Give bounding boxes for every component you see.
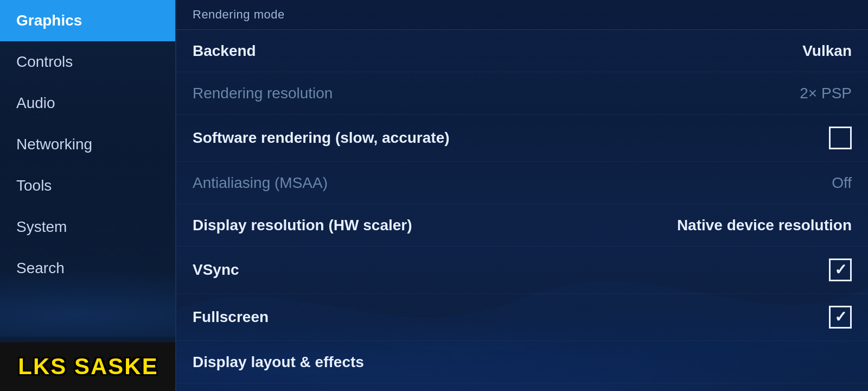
setting-label-display-resolution: Display resolution (HW scaler) (193, 217, 412, 234)
setting-label-fullscreen: Fullscreen (193, 308, 269, 326)
setting-row-display-layout[interactable]: Display layout & effects (176, 341, 868, 383)
setting-value-backend: Vulkan (802, 42, 852, 60)
setting-row-software-rendering[interactable]: Software rendering (slow, accurate) (176, 115, 868, 162)
sidebar-item-system[interactable]: System (0, 206, 175, 248)
setting-label-vsync: VSync (193, 261, 239, 279)
logo-text: LKS SASKE (18, 354, 158, 380)
setting-label-software-rendering: Software rendering (slow, accurate) (193, 129, 450, 147)
setting-row-display-resolution[interactable]: Display resolution (HW scaler)Native dev… (176, 204, 868, 247)
setting-value-antialiasing: Off (832, 174, 852, 192)
section-header: Rendering mode (176, 0, 868, 30)
checkbox-vsync[interactable] (829, 258, 852, 281)
setting-row-antialiasing[interactable]: Antialiasing (MSAA)Off (176, 162, 868, 204)
setting-row-vsync[interactable]: VSync (176, 247, 868, 294)
sidebar-item-graphics[interactable]: Graphics (0, 0, 175, 41)
setting-label-antialiasing: Antialiasing (MSAA) (193, 174, 328, 192)
sidebar: GraphicsControlsAudioNetworkingToolsSyst… (0, 0, 176, 391)
setting-label-rendering-resolution: Rendering resolution (193, 85, 333, 102)
logo: LKS SASKE (0, 342, 176, 391)
setting-value-display-resolution: Native device resolution (677, 217, 852, 234)
sidebar-item-controls[interactable]: Controls (0, 41, 175, 83)
sidebar-item-search[interactable]: Search (0, 248, 175, 289)
sidebar-item-tools[interactable]: Tools (0, 165, 175, 206)
sidebar-item-audio[interactable]: Audio (0, 83, 175, 124)
checkbox-fullscreen[interactable] (829, 306, 852, 329)
main-content: Rendering mode BackendVulkanRendering re… (176, 0, 868, 391)
setting-label-display-layout: Display layout & effects (193, 354, 364, 371)
setting-value-rendering-resolution: 2× PSP (800, 85, 852, 102)
setting-row-backend[interactable]: BackendVulkan (176, 30, 868, 72)
checkbox-software-rendering[interactable] (829, 127, 852, 149)
setting-label-backend: Backend (193, 42, 256, 60)
settings-list: BackendVulkanRendering resolution2× PSPS… (176, 30, 868, 391)
sidebar-item-networking[interactable]: Networking (0, 124, 175, 165)
setting-row-fullscreen[interactable]: Fullscreen (176, 294, 868, 341)
setting-row-rendering-resolution[interactable]: Rendering resolution2× PSP (176, 72, 868, 115)
